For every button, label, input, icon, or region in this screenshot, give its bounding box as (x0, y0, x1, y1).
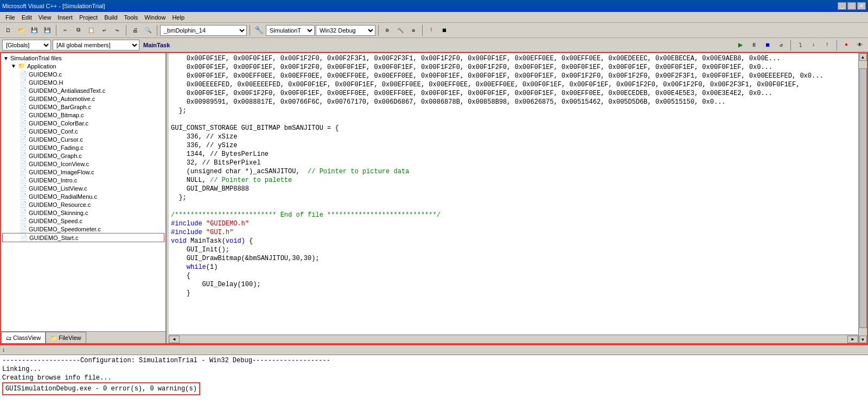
paste-button[interactable]: 📋 (85, 24, 97, 36)
stop-button[interactable]: ⏹ (438, 24, 450, 36)
print-button[interactable]: 🖨 (129, 24, 141, 36)
list-item[interactable]: 📄GUIDEMO_ListView.c (2, 184, 164, 192)
tree-application-folder[interactable]: ▼ 📁 Application (2, 62, 164, 70)
open-button[interactable]: 📂 (15, 24, 27, 36)
menu-project[interactable]: Project (76, 13, 101, 22)
file-icon: 📄 (20, 185, 27, 192)
restart-button[interactable]: ↺ (775, 39, 787, 51)
step-over-button[interactable]: ⤵ (794, 39, 806, 51)
new-button[interactable]: 🗋 (2, 24, 14, 36)
config-line: --------------------Configuration: Simul… (2, 357, 330, 364)
title-buttons: _ □ ✕ (838, 2, 866, 10)
redo-button[interactable]: ↪ (111, 24, 123, 36)
config-select[interactable]: SimulationT (266, 25, 315, 36)
scrollbar-thumb[interactable] (859, 68, 867, 328)
menu-edit[interactable]: Edit (18, 13, 35, 22)
code-editor: 0x00F0F1EF, 0x00F0F1EF, 0x00F1F2F0, 0x00… (169, 53, 858, 343)
undo-button[interactable]: ↩ (98, 24, 110, 36)
file-icon: 📄 (20, 209, 27, 216)
tab-fileview[interactable]: 📁 FileView (46, 332, 86, 343)
scroll-right-button[interactable]: ▶ (847, 336, 858, 343)
list-item[interactable]: 📄GUIDEMO_Automotive.c (2, 94, 164, 103)
minimize-button[interactable]: _ (838, 2, 846, 10)
list-item[interactable]: 📄GUIDEMO_Cursor.c (2, 135, 164, 143)
list-item[interactable]: 📄GUIDEMO_IconView.c (2, 160, 164, 168)
list-item[interactable]: 📄GUIDEMO_Conf.c (2, 127, 164, 135)
build-button[interactable]: 🔨 (394, 24, 406, 36)
maximize-button[interactable]: □ (847, 2, 856, 10)
list-item[interactable]: 📄GUIDEMO.c (2, 70, 164, 78)
result-highlight: GUISimulationDebug.exe - 0 error(s), 0 w… (2, 382, 200, 395)
rebuild-button[interactable]: ♻ (407, 24, 419, 36)
list-item[interactable]: 📄GUIDEMO_Resource.c (2, 200, 164, 209)
save-all-button[interactable]: 💾 (41, 24, 53, 36)
cut-button[interactable]: ✂ (59, 24, 71, 36)
file-tree[interactable]: ▼ SimulationTrial files ▼ 📁 Application … (1, 53, 165, 331)
application-folder-label: Application (27, 63, 56, 70)
save-button[interactable]: 💾 (28, 24, 40, 36)
watch-button[interactable]: 👁 (854, 39, 866, 51)
list-item[interactable]: 📄GUIDEMO_Graph.c (2, 152, 164, 160)
menu-window[interactable]: Window (141, 13, 169, 22)
list-item[interactable]: 📄GUIDEMO_ImageFlow.c (2, 168, 164, 176)
menu-view[interactable]: View (35, 13, 55, 22)
menu-file[interactable]: File (2, 13, 18, 22)
list-item[interactable]: 📄GUIDEMO_Bitmap.c (2, 111, 164, 119)
tab-classview-label: ClassView (13, 334, 41, 341)
project-select[interactable]: _bmDolphin_14 (160, 25, 247, 36)
run-button[interactable]: ! (425, 24, 437, 36)
code-area[interactable]: 0x00F0F1EF, 0x00F0F1EF, 0x00F1F2F0, 0x00… (169, 53, 858, 334)
go-button[interactable]: ▶ (735, 39, 746, 51)
list-item[interactable]: 📄GUIDEMO_BarGraph.c (2, 103, 164, 111)
vertical-scrollbar[interactable]: ▲ ▼ (858, 53, 867, 343)
tree-tabs: 🗂 ClassView 📁 FileView (1, 331, 165, 343)
member-select[interactable]: [All global members] (53, 40, 139, 50)
pause-button[interactable]: ⏸ (748, 39, 760, 51)
selected-file-item[interactable]: 📄GUIDEMO_Start.c (2, 233, 164, 242)
step-into-button[interactable]: ↓ (808, 39, 820, 51)
find-button[interactable]: 🔍 (142, 24, 154, 36)
stop-debug-button[interactable]: ⏹ (762, 39, 774, 51)
close-button[interactable]: ✕ (857, 2, 866, 10)
title-text: Microsoft Visual C++ - [SimulationTrial] (2, 3, 105, 9)
breakpoint-button[interactable]: ● (840, 39, 852, 51)
horizontal-scrollbar[interactable]: ◀ ▶ (169, 334, 858, 343)
compile-button[interactable]: ⚙ (381, 24, 393, 36)
copy-button[interactable]: ⧉ (72, 24, 84, 36)
scroll-down-button[interactable]: ▼ (859, 336, 867, 343)
scope-select[interactable]: [Globals] (2, 40, 51, 50)
list-item[interactable]: 📄GUIDEMO_Speedometer.c (2, 225, 164, 233)
tab-classview[interactable]: 🗂 ClassView (1, 332, 46, 343)
classview-icon: 🗂 (6, 335, 11, 341)
scroll-up-button[interactable]: ▲ (859, 53, 867, 61)
scroll-left-button[interactable]: ◀ (169, 336, 180, 343)
tree-root[interactable]: ▼ SimulationTrial files (2, 54, 164, 62)
sep7 (790, 40, 791, 50)
toolbar1: 🗋 📂 💾 💾 ✂ ⧉ 📋 ↩ ↪ 🖨 🔍 _bmDolphin_14 🔧 Si… (0, 23, 868, 38)
build-icon[interactable]: 🔧 (253, 24, 265, 36)
build-select[interactable]: Win32 Debug (316, 25, 375, 36)
list-item[interactable]: 📄GUIDEMO_RadialMenu.c (2, 192, 164, 200)
menu-help[interactable]: Help (169, 13, 188, 22)
menu-insert[interactable]: Insert (54, 13, 76, 22)
list-item[interactable]: 📄GUIDEMO_Intro.c (2, 176, 164, 184)
menu-tools[interactable]: Tools (121, 13, 142, 22)
list-item[interactable]: 📄GUIDEMO_Skinning.c (2, 209, 164, 217)
sep1 (56, 25, 56, 36)
step-out-button[interactable]: ↑ (821, 39, 833, 51)
sep2 (126, 25, 126, 36)
list-item[interactable]: 📄GUIDEMO_Speed.c (2, 217, 164, 225)
file-icon: 📄 (20, 144, 27, 151)
list-item[interactable]: 📄GUIDEMO_ColorBar.c (2, 119, 164, 127)
file-icon: 📄 (20, 176, 27, 184)
list-item[interactable]: 📄GUIDEMO_Fading.c (2, 143, 164, 152)
menu-build[interactable]: Build (101, 13, 120, 22)
list-item[interactable]: 📄GUIDEMO.H (2, 78, 164, 86)
file-icon: 📄 (20, 193, 27, 200)
file-icon: 📄 (20, 136, 27, 143)
file-icon: 📄 (20, 168, 27, 175)
title-bar: Microsoft Visual C++ - [SimulationTrial]… (0, 0, 868, 12)
list-item[interactable]: 📄GUIDEMO_AntialiasedText.c (2, 86, 164, 94)
result-line: GUISimulationDebug.exe - 0 error(s), 0 w… (2, 385, 200, 393)
file-icon: 📄 (20, 71, 27, 78)
